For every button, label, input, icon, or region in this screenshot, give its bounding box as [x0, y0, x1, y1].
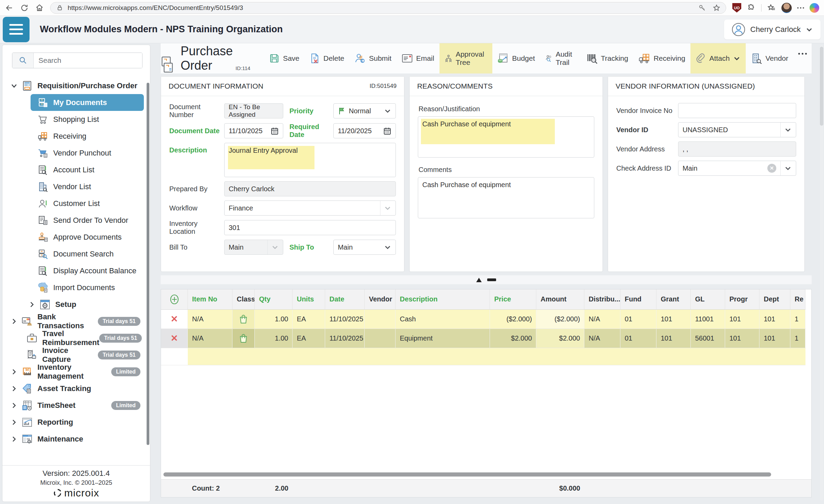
cell-grant[interactable]: 101: [656, 309, 691, 329]
add-row-header[interactable]: [161, 289, 188, 309]
bill-to-select[interactable]: Main: [224, 240, 283, 255]
col-re[interactable]: Re: [790, 289, 805, 309]
sidebar-scrollbar[interactable]: [147, 83, 149, 445]
receiving-button[interactable]: Receiving: [633, 43, 690, 73]
cell-amount[interactable]: $2.000: [536, 329, 584, 348]
sidebar-item-asset-tracking[interactable]: Asset Tracking: [7, 380, 146, 397]
cell-re[interactable]: 1: [790, 329, 805, 348]
col-fund[interactable]: Fund: [620, 289, 656, 309]
cell-dept[interactable]: 101: [759, 329, 790, 348]
cell-progr[interactable]: 101: [725, 309, 759, 329]
hamburger-menu-button[interactable]: [3, 17, 30, 42]
browser-back-icon[interactable]: [5, 3, 14, 12]
sidebar-item-setup[interactable]: Setup: [7, 296, 146, 313]
page-scrollbar-thumb[interactable]: [820, 47, 823, 126]
workflow-select[interactable]: Finance: [224, 201, 396, 216]
sidebar-item-timesheet[interactable]: TimeSheet Limited: [7, 397, 146, 414]
cell-description[interactable]: Cash: [396, 309, 490, 329]
col-distribution[interactable]: Distribu...: [584, 289, 620, 309]
col-vendor[interactable]: Vendor: [365, 289, 396, 309]
search-icon[interactable]: [12, 53, 34, 68]
sidebar-item-requisition-purchase-order[interactable]: Requisition/Purchase Order: [7, 77, 146, 94]
cell-item-no[interactable]: N/A: [188, 329, 232, 348]
cell-vendor[interactable]: [365, 329, 396, 348]
cell-grant[interactable]: 101: [656, 329, 691, 348]
cell-units[interactable]: EA: [293, 329, 325, 348]
budget-button[interactable]: Budget: [492, 43, 540, 73]
url-text[interactable]: https://www.microixapps.com/ENC/Document…: [68, 4, 694, 12]
cell-progr[interactable]: 101: [725, 329, 759, 348]
sidebar-item-vendor-punchout[interactable]: Vendor Punchout: [7, 145, 146, 161]
sidebar-item-approve-documents[interactable]: Approve Documents: [7, 229, 146, 245]
sidebar-item-inventory-management[interactable]: Inventory Management Limited: [7, 363, 146, 380]
cell-amount[interactable]: ($2.000): [536, 309, 584, 329]
cell-price[interactable]: $2.000: [490, 329, 536, 348]
col-progr[interactable]: Progr: [725, 289, 759, 309]
splitter-handle-icon[interactable]: [487, 278, 496, 281]
vendor-id-select[interactable]: UNASSIGNED: [678, 122, 796, 137]
audit-trail-button[interactable]: Audit Trail: [540, 43, 581, 73]
document-date-field[interactable]: 11/10/2025: [224, 123, 283, 138]
cell-price[interactable]: ($2.000): [490, 309, 536, 329]
collections-star-icon[interactable]: [767, 3, 776, 12]
sidebar-item-my-documents[interactable]: My Documents: [31, 94, 144, 111]
cell-dept[interactable]: 101: [759, 309, 790, 329]
col-qty[interactable]: Qty: [255, 289, 293, 309]
cell-date[interactable]: 11/10/2025: [325, 309, 365, 329]
cell-qty[interactable]: 1.00: [255, 309, 293, 329]
class-bag-icon[interactable]: [239, 333, 248, 343]
col-price[interactable]: Price: [490, 289, 536, 309]
vendor-button[interactable]: Vendor: [746, 43, 793, 73]
browser-home-icon[interactable]: [35, 3, 44, 12]
tracking-button[interactable]: Tracking: [581, 43, 633, 73]
sidebar-item-reporting[interactable]: Reporting: [7, 414, 146, 431]
col-class[interactable]: Class: [232, 289, 255, 309]
cell-fund[interactable]: 01: [620, 329, 656, 348]
cell-vendor[interactable]: [365, 309, 396, 329]
save-button[interactable]: Save: [264, 43, 305, 73]
cell-units[interactable]: EA: [293, 309, 325, 329]
sidebar-item-import-documents[interactable]: Import Documents: [7, 279, 146, 296]
reason-justification-textarea[interactable]: Cash Purchase of equipment: [418, 116, 594, 158]
document-number-field[interactable]: EN - To Be Assigned: [224, 103, 283, 118]
extensions-puzzle-icon[interactable]: [747, 3, 756, 12]
calendar-icon[interactable]: [271, 127, 279, 135]
col-item-no[interactable]: Item No: [188, 289, 232, 309]
chevron-right-icon[interactable]: [7, 436, 22, 443]
delete-row-icon[interactable]: ✕: [171, 314, 178, 324]
sidebar-item-document-search[interactable]: Document Search: [7, 245, 146, 262]
sidebar-item-bank-transactions[interactable]: Bank Transactions Trial days 51: [7, 313, 146, 330]
address-bar[interactable]: https://www.microixapps.com/ENC/Document…: [50, 2, 726, 14]
copilot-icon[interactable]: [810, 3, 819, 13]
sidebar-item-receiving[interactable]: Receiving: [7, 128, 146, 145]
cell-distribution[interactable]: N/A: [584, 329, 620, 348]
cell-item-no[interactable]: N/A: [188, 309, 232, 329]
chevron-right-icon[interactable]: [7, 385, 22, 392]
ublock-extension-icon[interactable]: UO: [732, 3, 741, 13]
cell-description[interactable]: Equipment: [396, 329, 490, 348]
sidebar-item-invoice-capture[interactable]: Invoice Capture Trial days 51: [7, 346, 146, 363]
ship-to-select[interactable]: Main: [333, 240, 396, 255]
email-button[interactable]: Email: [397, 43, 439, 73]
line-item-row-selected[interactable]: ✕ N/A 1.00 EA 11/10/2025 Equipment $2.00…: [161, 329, 805, 348]
vendor-invoice-no-field[interactable]: [678, 103, 796, 118]
chevron-right-icon[interactable]: [24, 301, 39, 308]
cell-fund[interactable]: 01: [620, 309, 656, 329]
sidebar-item-display-account-balance[interactable]: Display Account Balance: [7, 262, 146, 279]
cell-gl[interactable]: 56001: [691, 329, 725, 348]
sidebar-item-travel-reimbursement[interactable]: Travel Reimbursement Trial days 51: [7, 330, 146, 346]
sidebar-item-vendor-list[interactable]: Vendor List: [7, 178, 146, 195]
add-row-icon[interactable]: [169, 294, 180, 305]
search-input[interactable]: [34, 53, 142, 68]
sidebar-item-shopping-list[interactable]: Shopping List: [7, 111, 146, 128]
bookmark-star-icon[interactable]: [712, 3, 721, 12]
col-dept[interactable]: Dept: [759, 289, 790, 309]
priority-select[interactable]: Normal: [333, 103, 396, 118]
cell-qty[interactable]: 1.00: [255, 329, 293, 348]
user-menu[interactable]: Cherry Carlock: [724, 20, 821, 39]
cell-gl[interactable]: 11001: [691, 309, 725, 329]
check-address-id-select[interactable]: Main ✕: [678, 161, 796, 176]
password-key-icon[interactable]: [698, 3, 707, 12]
comments-textarea[interactable]: Cash Purchase of equipment: [418, 177, 594, 218]
browser-profile-avatar[interactable]: [781, 3, 792, 13]
